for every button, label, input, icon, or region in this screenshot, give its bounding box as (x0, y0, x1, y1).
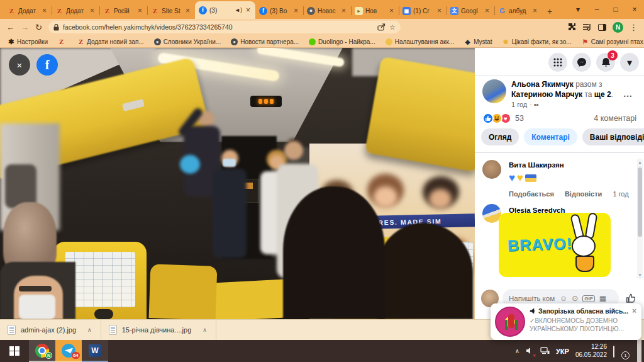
tab-overview[interactable]: Огляд (481, 128, 519, 145)
bookmark-account-settings[interactable]: Налаштування акк... (386, 38, 455, 45)
facebook-logo[interactable]: f (36, 54, 58, 76)
comment-author-avatar[interactable] (482, 160, 501, 179)
apps-grid-button[interactable] (548, 53, 567, 72)
download-item[interactable]: admin-ajax (2).jpg ∧ (0, 320, 101, 340)
tab-4[interactable]: Z Site St × (147, 3, 195, 19)
post-more-people[interactable]: ще 2 (594, 90, 611, 99)
share-icon[interactable] (377, 23, 386, 31)
bookmark-add-new[interactable]: Z Додати новий зап... (77, 38, 144, 45)
tab-your-replies[interactable]: Ваші відповіді (582, 128, 644, 145)
close-window-button[interactable]: × (625, 5, 644, 14)
post-author-name[interactable]: Альона Якимчук (511, 80, 574, 89)
notifications-button[interactable]: 3 (596, 53, 615, 72)
tab-close-icon[interactable]: × (292, 6, 299, 15)
extension-list-icon[interactable] (582, 23, 592, 31)
start-button[interactable] (0, 340, 29, 362)
bookmark-news[interactable]: ● Новости партнера... (231, 38, 299, 45)
like-reaction-icon[interactable] (482, 113, 494, 124)
bookmark-z[interactable]: Z (58, 38, 67, 45)
reply-action[interactable]: Відповісти (565, 190, 602, 198)
comments-count[interactable]: 4 коментарі (594, 114, 636, 123)
tab-6[interactable]: f (3) Во × (255, 3, 303, 19)
gif-icon[interactable]: GIF (582, 295, 594, 302)
tab-facebook-active[interactable]: f (3) ◄) × (195, 1, 255, 19)
taskbar-telegram[interactable]: 64 (55, 340, 82, 362)
tab-11[interactable]: G албуд × (494, 3, 542, 19)
download-menu-icon[interactable]: ∧ (87, 327, 92, 333)
url-text[interactable]: facebook.com/helen.yakimchyk/videos/3762… (63, 23, 374, 31)
tab-close-icon[interactable]: × (531, 6, 538, 15)
bookmark-facts[interactable]: ❀ Цікаві факти, як зо... (502, 38, 572, 45)
profile-avatar[interactable]: N (613, 22, 623, 33)
tab-search-icon[interactable]: ▾ (569, 5, 587, 14)
tab-10[interactable]: 文 Googl × (447, 3, 494, 19)
comment-author-name[interactable]: Вита Шакирзян (509, 161, 564, 169)
bookmark-mystat[interactable]: ◆ Mystat (464, 38, 492, 45)
tab-close-icon[interactable]: × (89, 6, 96, 15)
maximize-button[interactable]: □ (606, 5, 625, 14)
tab-close-icon[interactable]: × (136, 6, 143, 15)
volume-muted-icon[interactable]: × (526, 346, 534, 357)
video-close-button[interactable]: × (9, 54, 30, 76)
tab-7[interactable]: ● Новос × (303, 3, 351, 19)
tab-1[interactable]: Z Додат × (4, 3, 52, 19)
video-player[interactable]: ♥ LOW FARES. MADE SIM (0, 48, 475, 319)
tab-close-icon[interactable]: × (340, 6, 347, 15)
download-menu-icon[interactable]: ∧ (203, 327, 207, 333)
tab-audio-icon[interactable]: ◄) (235, 7, 242, 13)
side-panel-icon[interactable] (598, 24, 606, 31)
extensions-puzzle-icon[interactable] (567, 23, 576, 31)
bookmark-birds[interactable]: ⚑ Самі розумні птах... (582, 38, 644, 45)
toast-close-icon[interactable]: × (632, 307, 636, 315)
new-tab-button[interactable]: + (542, 4, 557, 19)
bookmark-dictionaries[interactable]: ● Словники України... (154, 38, 221, 45)
forward-button[interactable]: → (21, 23, 29, 32)
minimize-button[interactable]: – (587, 5, 606, 14)
bookmark-duolingo[interactable]: Duolingo - Найкра... (309, 38, 375, 45)
comments-scrollbar[interactable]: ▴ ▾ (637, 159, 643, 279)
messenger-button[interactable] (572, 53, 591, 72)
tab-close-icon[interactable]: × (41, 6, 48, 15)
scroll-down-icon[interactable]: ▾ (637, 273, 643, 278)
like-action[interactable]: Подобається (509, 190, 554, 198)
tab-comments[interactable]: Коментарі (524, 128, 577, 145)
comment-sticker[interactable]: BRAVO! (499, 213, 611, 277)
taskbar-clock[interactable]: 12:26 06.05.2022 (575, 343, 607, 359)
scroll-up-icon[interactable]: ▴ (637, 160, 643, 165)
show-desktop-button[interactable] (637, 340, 641, 362)
taskbar-word[interactable]: W (82, 340, 108, 362)
taskbar-chrome[interactable]: N (29, 340, 55, 362)
scrollbar-thumb[interactable] (638, 167, 642, 237)
emoji-icon[interactable]: ☺ (560, 294, 567, 303)
browser-menu-icon[interactable]: ⋮ (630, 23, 638, 32)
tab-2[interactable]: Z Додат × (52, 3, 99, 19)
network-icon[interactable] (540, 346, 550, 357)
tab-close-icon[interactable]: × (388, 6, 395, 15)
tab-8[interactable]: ▸ Нов × (351, 3, 399, 19)
camera-icon[interactable]: ⊙ (572, 294, 578, 303)
download-filename[interactable]: 15-річна дівчина....jpg (122, 326, 192, 334)
tab-close-icon[interactable]: × (184, 6, 191, 15)
notification-toast[interactable]: Запорізька обласна війсь... × ✓ВКЛОНЯЄМО… (491, 303, 641, 340)
back-button[interactable]: ← (6, 23, 14, 32)
download-filename[interactable]: admin-ajax (2).jpg (21, 326, 76, 334)
sticker-icon[interactable]: ▦ (599, 294, 606, 303)
bookmark-settings[interactable]: ✱ Настройки (8, 38, 48, 45)
post-author-avatar[interactable] (482, 79, 506, 103)
language-indicator[interactable]: УКР (556, 348, 569, 355)
comment-input[interactable] (509, 295, 555, 302)
bookmark-star-icon[interactable]: ☆ (389, 23, 396, 31)
reload-button[interactable]: ↻ (35, 23, 42, 32)
address-bar[interactable]: facebook.com/helen.yakimchyk/videos/3762… (48, 21, 401, 33)
post-time[interactable]: 1 год (511, 101, 527, 108)
post-coauthor-name[interactable]: Катериною Марчук (511, 90, 582, 99)
tab-close-icon[interactable]: × (484, 6, 491, 15)
tab-close-icon[interactable]: × (436, 6, 443, 15)
tray-expand-icon[interactable]: ∧ (515, 348, 519, 354)
account-menu-button[interactable]: ▾ (620, 53, 639, 72)
action-center-button[interactable]: 1 (613, 346, 627, 356)
tab-close-icon[interactable]: × (245, 6, 252, 14)
download-item[interactable]: 15-річна дівчина....jpg ∧ (101, 320, 216, 340)
post-options-button[interactable]: … (619, 84, 636, 102)
tab-3[interactable]: Z Росій × (99, 3, 147, 19)
